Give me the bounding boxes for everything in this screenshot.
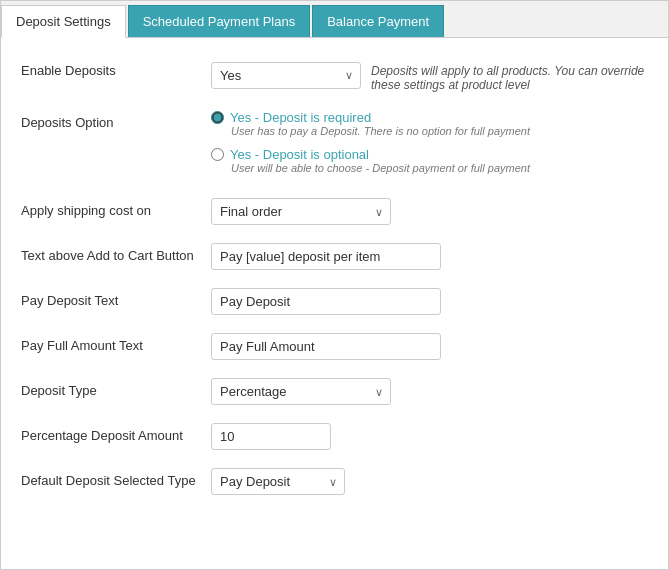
deposits-option-label: Deposits Option (21, 110, 211, 130)
pay-deposit-text-label: Pay Deposit Text (21, 288, 211, 308)
apply-shipping-label: Apply shipping cost on (21, 198, 211, 218)
default-deposit-selected-type-field: Pay Deposit Pay Full Amount (211, 468, 648, 495)
radio-optional-label: Yes - Deposit is optional (230, 147, 369, 162)
apply-shipping-select[interactable]: Final order Deposit Both (211, 198, 391, 225)
pay-full-amount-text-input[interactable] (211, 333, 441, 360)
tab-scheduled-payment-plans[interactable]: Scheduled Payment Plans (128, 5, 310, 37)
text-above-cart-input[interactable] (211, 243, 441, 270)
tab-content: Enable Deposits Yes No Deposits will app… (1, 38, 668, 533)
enable-deposits-row: Enable Deposits Yes No Deposits will app… (21, 58, 648, 92)
deposit-type-row: Deposit Type Percentage Fixed Amount (21, 378, 648, 405)
tab-deposit-settings[interactable]: Deposit Settings (1, 5, 126, 38)
radio-optional-sublabel: User will be able to choose - Deposit pa… (231, 162, 648, 174)
apply-shipping-row: Apply shipping cost on Final order Depos… (21, 198, 648, 225)
pay-deposit-text-field (211, 288, 648, 315)
deposits-option-field: Yes - Deposit is required User has to pa… (211, 110, 648, 180)
default-deposit-select-wrapper: Pay Deposit Pay Full Amount (211, 468, 345, 495)
text-above-cart-row: Text above Add to Cart Button (21, 243, 648, 270)
default-deposit-selected-type-label: Default Deposit Selected Type (21, 468, 211, 488)
tab-bar: Deposit Settings Scheduled Payment Plans… (1, 1, 668, 38)
percentage-deposit-amount-label: Percentage Deposit Amount (21, 423, 211, 443)
radio-required-sublabel: User has to pay a Deposit. There is no o… (231, 125, 648, 137)
percentage-deposit-amount-input[interactable] (211, 423, 331, 450)
percentage-deposit-amount-row: Percentage Deposit Amount (21, 423, 648, 450)
enable-deposits-field: Yes No Deposits will apply to all produc… (211, 58, 648, 92)
pay-deposit-text-row: Pay Deposit Text (21, 288, 648, 315)
radio-optional[interactable] (211, 148, 224, 161)
percentage-deposit-amount-field (211, 423, 648, 450)
deposits-option-radio-group: Yes - Deposit is required User has to pa… (211, 110, 648, 180)
text-above-cart-field (211, 243, 648, 270)
radio-required[interactable] (211, 111, 224, 124)
deposit-type-select[interactable]: Percentage Fixed Amount (211, 378, 391, 405)
radio-required-label: Yes - Deposit is required (230, 110, 371, 125)
enable-deposits-info: Deposits will apply to all products. You… (371, 58, 648, 92)
enable-deposits-select-wrapper: Yes No (211, 62, 361, 89)
apply-shipping-select-wrapper: Final order Deposit Both (211, 198, 391, 225)
apply-shipping-field: Final order Deposit Both (211, 198, 648, 225)
radio-item-required: Yes - Deposit is required User has to pa… (211, 110, 648, 137)
pay-full-amount-text-row: Pay Full Amount Text (21, 333, 648, 360)
radio-item-optional: Yes - Deposit is optional User will be a… (211, 147, 648, 174)
enable-deposits-select[interactable]: Yes No (211, 62, 361, 89)
pay-deposit-text-input[interactable] (211, 288, 441, 315)
deposit-type-field: Percentage Fixed Amount (211, 378, 648, 405)
deposit-type-select-wrapper: Percentage Fixed Amount (211, 378, 391, 405)
default-deposit-selected-type-row: Default Deposit Selected Type Pay Deposi… (21, 468, 648, 495)
deposit-type-label: Deposit Type (21, 378, 211, 398)
deposits-option-row: Deposits Option Yes - Deposit is require… (21, 110, 648, 180)
text-above-cart-label: Text above Add to Cart Button (21, 243, 211, 263)
pay-full-amount-text-field (211, 333, 648, 360)
pay-full-amount-text-label: Pay Full Amount Text (21, 333, 211, 353)
main-container: Deposit Settings Scheduled Payment Plans… (0, 0, 669, 570)
default-deposit-selected-type-select[interactable]: Pay Deposit Pay Full Amount (211, 468, 345, 495)
enable-deposits-label: Enable Deposits (21, 58, 211, 78)
tab-balance-payment[interactable]: Balance Payment (312, 5, 444, 37)
